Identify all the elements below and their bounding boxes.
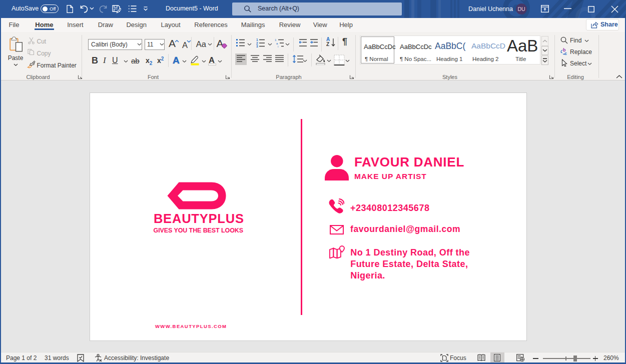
svg-text:a: a	[276, 42, 278, 45]
svg-text:3: 3	[256, 44, 258, 48]
svg-text:1: 1	[275, 38, 277, 42]
svg-text:i: i	[278, 45, 278, 48]
